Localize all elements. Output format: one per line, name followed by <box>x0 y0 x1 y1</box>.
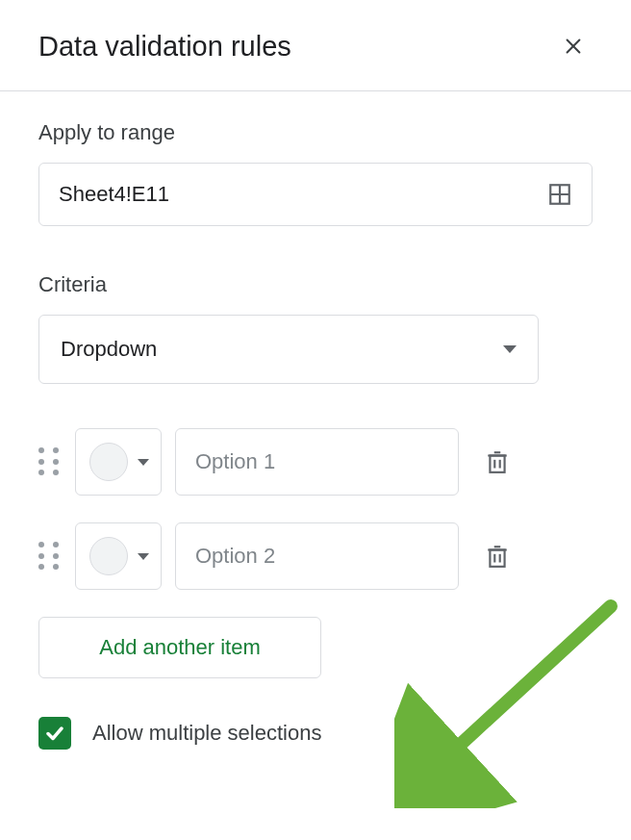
apply-range-field[interactable] <box>38 163 593 226</box>
apply-range-label: Apply to range <box>38 120 593 145</box>
trash-icon <box>485 447 510 476</box>
svg-rect-10 <box>490 550 504 567</box>
criteria-label: Criteria <box>38 272 593 297</box>
criteria-dropdown[interactable]: Dropdown <box>38 315 539 384</box>
option-color-picker[interactable] <box>75 522 162 590</box>
close-icon <box>563 36 584 57</box>
color-swatch-icon <box>89 443 128 481</box>
drag-handle-icon[interactable] <box>38 539 62 573</box>
option-row <box>38 522 593 590</box>
close-button[interactable] <box>554 27 593 65</box>
allow-multiple-checkbox[interactable] <box>38 717 71 750</box>
delete-option-button[interactable] <box>478 443 517 481</box>
grid-icon <box>547 182 572 207</box>
checkmark-icon <box>43 722 66 745</box>
option-color-picker[interactable] <box>75 428 162 496</box>
allow-multiple-row: Allow multiple selections <box>38 717 593 750</box>
chevron-down-icon <box>503 345 517 353</box>
option-text-input[interactable] <box>175 522 459 590</box>
svg-rect-5 <box>490 456 504 472</box>
add-another-item-button[interactable]: Add another item <box>38 617 321 678</box>
chevron-down-icon <box>138 459 149 466</box>
select-range-button[interactable] <box>545 180 574 209</box>
allow-multiple-label: Allow multiple selections <box>92 721 321 746</box>
drag-handle-icon[interactable] <box>38 445 62 479</box>
delete-option-button[interactable] <box>478 537 517 575</box>
data-validation-panel: Data validation rules Apply to range Cri… <box>0 0 631 840</box>
option-row <box>38 428 593 496</box>
color-swatch-icon <box>89 537 128 575</box>
panel-title: Data validation rules <box>38 31 291 63</box>
option-text-input[interactable] <box>175 428 459 496</box>
add-item-label: Add another item <box>99 635 261 660</box>
apply-range-input[interactable] <box>57 181 545 208</box>
criteria-selected-value: Dropdown <box>61 337 157 362</box>
trash-icon <box>485 542 510 571</box>
chevron-down-icon <box>138 553 149 560</box>
panel-header: Data validation rules <box>0 0 631 91</box>
panel-content: Apply to range Criteria Dropdown <box>0 91 631 750</box>
